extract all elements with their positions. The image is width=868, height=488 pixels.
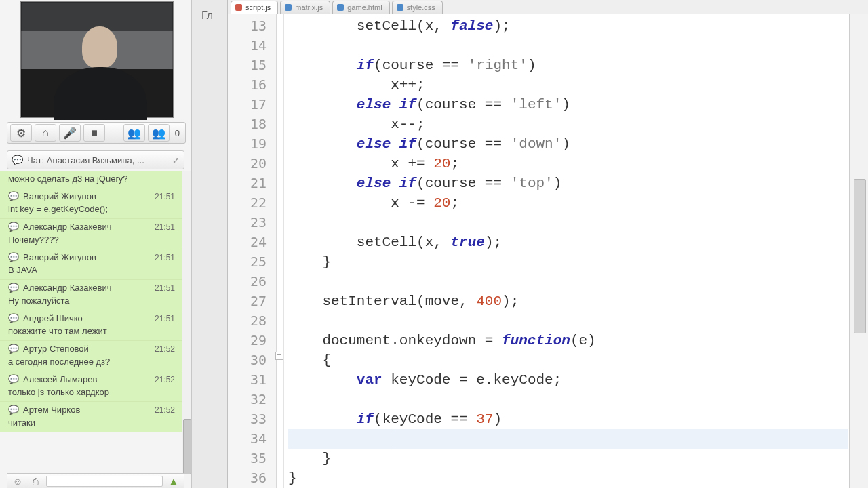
fold-bar[interactable] xyxy=(277,14,284,488)
message-author: Александр Казакевич xyxy=(23,283,155,293)
chat-message-list[interactable]: 💬можно сделать д3 на jQuery?💬Валерий Жиг… xyxy=(0,171,183,474)
message-icon: 💬 xyxy=(8,191,19,201)
code-line[interactable]: } xyxy=(288,252,848,272)
message-body: читаки xyxy=(8,418,175,429)
fold-toggle-icon[interactable] xyxy=(275,352,283,360)
message-icon: 💬 xyxy=(8,283,19,293)
camera-icon[interactable]: ⌂ xyxy=(35,124,56,142)
code-content[interactable]: setCell(x, false); if(course == 'right')… xyxy=(284,14,848,488)
tab-game-html[interactable]: game.html xyxy=(332,1,389,14)
code-area[interactable]: 1314151617181920212223242526272829303132… xyxy=(228,14,848,488)
message-time: 21:52 xyxy=(155,344,175,354)
raise-hand-icon[interactable]: 👥 xyxy=(148,124,170,142)
message-time: 21:52 xyxy=(155,375,175,384)
message-time: 21:52 xyxy=(155,405,175,415)
editor-scrollbar[interactable] xyxy=(849,14,868,488)
code-line[interactable] xyxy=(288,213,848,232)
message-icon: 💬 xyxy=(8,222,19,232)
presenter-video[interactable] xyxy=(20,1,174,118)
message-body: можно сделать д3 на jQuery? xyxy=(8,174,175,185)
chat-message: 💬Артем Чирков21:52читаки xyxy=(0,402,183,432)
message-body: Ну пожалуйста xyxy=(8,296,175,307)
message-author: Валерий Жигунов xyxy=(23,191,155,201)
mic-icon[interactable]: 🎤 xyxy=(59,124,81,142)
message-author: Алексей Лымарев xyxy=(23,374,155,384)
code-line[interactable]: setCell(x, true); xyxy=(288,232,848,252)
code-line[interactable] xyxy=(288,390,848,409)
message-time: 21:51 xyxy=(155,314,175,323)
chat-title-text: Чат: Анастасия Вязьмина, ... xyxy=(27,155,172,165)
code-line[interactable] xyxy=(288,36,848,56)
tab-script-js[interactable]: script.js xyxy=(231,1,278,14)
editor-tabs: script.jsmatrix.jsgame.htmlstyle.css xyxy=(228,0,868,14)
code-line[interactable]: else if(course == 'left') xyxy=(288,95,848,115)
popout-icon[interactable]: ⤢ xyxy=(172,155,180,165)
tab-matrix-js[interactable]: matrix.js xyxy=(280,1,330,14)
code-line[interactable]: else if(course == 'down') xyxy=(288,134,848,154)
message-icon: 💬 xyxy=(8,405,19,415)
code-line[interactable]: if(keyCode == 37) xyxy=(288,409,848,429)
message-body: покажите что там лежит xyxy=(8,326,175,338)
editor-scroll-thumb[interactable] xyxy=(854,179,866,333)
video-toolbar: ⚙ ⌂ 🎤 ■ 👥 👥 0 xyxy=(7,122,186,144)
message-icon: 💬 xyxy=(8,313,19,323)
breadcrumb-fragment: Гл xyxy=(201,9,213,22)
chat-icon: 💬 xyxy=(12,155,23,165)
message-body: только js только хардкор xyxy=(8,387,175,399)
chat-scrollbar[interactable] xyxy=(182,171,191,474)
line-gutter: 1314151617181920212223242526272829303132… xyxy=(228,14,277,488)
code-line[interactable]: if(course == 'right') xyxy=(288,56,848,75)
chat-panel: ⚙ ⌂ 🎤 ■ 👥 👥 0 💬 Чат: Анастасия Вязьмина,… xyxy=(0,0,192,488)
chat-message: 💬Валерий Жигунов21:51int key = e.getKeyC… xyxy=(0,188,183,219)
code-line[interactable]: } xyxy=(288,449,848,468)
message-author: Артем Чирков xyxy=(23,405,155,415)
code-line[interactable]: { xyxy=(288,350,848,370)
file-type-icon xyxy=(337,4,344,11)
stop-icon[interactable]: ■ xyxy=(83,124,105,142)
chat-message: 💬можно сделать д3 на jQuery? xyxy=(0,171,183,188)
message-body: Почему???? xyxy=(8,235,175,246)
message-icon: 💬 xyxy=(8,252,19,262)
tab-style-css[interactable]: style.css xyxy=(392,1,443,14)
chat-message: 💬Александр Казакевич21:51Почему???? xyxy=(0,219,183,249)
participant-count: 0 xyxy=(170,128,185,138)
emoji-icon[interactable]: ☺ xyxy=(11,476,24,487)
code-line[interactable] xyxy=(288,272,848,291)
gear-icon[interactable]: ⚙ xyxy=(10,124,32,142)
message-time: 21:51 xyxy=(155,222,175,232)
file-type-icon xyxy=(285,4,292,11)
chat-message: 💬Артур Степовой21:52а сегодня последнее … xyxy=(0,341,183,371)
code-line[interactable]: x++; xyxy=(288,75,848,95)
code-line[interactable]: } xyxy=(288,468,848,488)
chat-input-bar: ☺ ⎙ ▲ xyxy=(7,473,184,488)
tab-label: matrix.js xyxy=(295,3,323,12)
message-author: Андрей Шичко xyxy=(23,313,155,323)
participants-icon[interactable]: 👥 xyxy=(123,124,145,142)
message-author: Артур Степовой xyxy=(23,344,155,354)
tab-label: script.js xyxy=(245,3,271,12)
code-line[interactable]: x += 20; xyxy=(288,154,848,174)
code-line[interactable]: document.onkeydown = function(e) xyxy=(288,331,848,350)
code-line[interactable] xyxy=(288,311,848,331)
chat-title-bar: 💬 Чат: Анастасия Вязьмина, ... ⤢ xyxy=(7,150,184,169)
code-line[interactable]: x -= 20; xyxy=(288,193,848,213)
code-line[interactable] xyxy=(288,429,848,449)
message-icon: 💬 xyxy=(8,344,19,354)
code-line[interactable]: setInterval(move, 400); xyxy=(288,291,848,311)
send-icon[interactable]: ▲ xyxy=(167,476,180,487)
chat-input[interactable] xyxy=(46,476,163,487)
code-line[interactable]: var keyCode = e.keyCode; xyxy=(288,370,848,390)
file-type-icon xyxy=(235,4,242,11)
attach-icon[interactable]: ⎙ xyxy=(28,476,42,487)
message-time: 21:51 xyxy=(155,192,175,201)
message-body: int key = e.getKeyCode(); xyxy=(8,204,175,216)
message-body: а сегодня последнее дз? xyxy=(8,357,175,368)
chat-message: 💬Алексей Лымарев21:52только js только ха… xyxy=(0,371,183,402)
middle-strip: Гл xyxy=(192,0,228,488)
chat-message: 💬Валерий Жигунов21:51В JAVA xyxy=(0,249,183,280)
code-line[interactable]: x--; xyxy=(288,115,848,134)
chat-scroll-thumb[interactable] xyxy=(183,419,191,474)
code-line[interactable]: else if(course == 'top') xyxy=(288,174,848,193)
code-line[interactable]: setCell(x, false); xyxy=(288,16,848,36)
message-author: Валерий Жигунов xyxy=(23,252,155,262)
